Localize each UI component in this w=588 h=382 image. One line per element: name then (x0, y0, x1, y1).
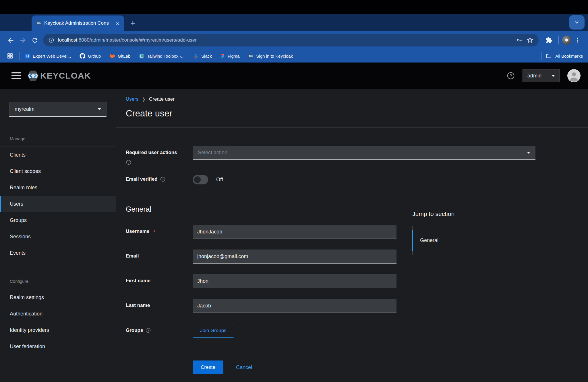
breadcrumb-users-link[interactable]: Users (126, 96, 138, 102)
first-name-label: First name (126, 278, 150, 284)
user-avatar[interactable] (567, 69, 581, 82)
breadcrumb-current: Create user (149, 96, 175, 102)
tab-close-icon[interactable]: × (115, 20, 121, 26)
bookmark-tailwind-toolbox[interactable]: Tailwind Toolbox -... (139, 53, 185, 59)
jump-heading: Jump to section (412, 211, 504, 217)
bookmark-slack[interactable]: Slack (193, 53, 212, 59)
toolbar-separator (558, 36, 559, 44)
sidebar-item-authentication[interactable]: Authentication (0, 306, 116, 322)
keycloak-logo-icon (26, 69, 40, 82)
required-user-actions-row: Required user actions ? Select action (126, 146, 588, 165)
folder-icon (546, 53, 552, 59)
new-tab-button[interactable]: + (130, 19, 136, 28)
back-button[interactable] (5, 34, 17, 46)
email-input[interactable] (193, 250, 396, 264)
sidebar-section-manage: Manage (0, 129, 116, 147)
bookmark-github[interactable]: GIthub (80, 53, 101, 59)
select-placeholder: Select action (198, 150, 227, 156)
realm-selector[interactable]: myrealm (9, 102, 107, 117)
all-bookmarks-button[interactable]: All Bookmarks (555, 54, 583, 59)
user-menu-dropdown[interactable]: admin (523, 69, 560, 82)
bookmark-keycloak[interactable]: Sign in to Keycloak (248, 53, 293, 59)
sidebar-item-user-federation[interactable]: User federation (0, 338, 116, 355)
bookmark-figma[interactable]: Figma (220, 53, 240, 59)
keycloak-favicon (248, 53, 254, 59)
forward-icon (19, 36, 27, 44)
bookmark-expert-web[interactable]: Expert Web Devel... (25, 53, 71, 59)
browser-tab[interactable]: Keycloak Administration Cons × (32, 15, 124, 31)
sidebar-item-events[interactable]: Events (0, 245, 116, 261)
email-verified-row: Email verified ? Off (126, 173, 588, 184)
reload-button[interactable] (29, 34, 41, 46)
sidebar-item-realm-settings[interactable]: Realm settings (0, 289, 116, 306)
sidebar-item-users[interactable]: Users (0, 196, 116, 212)
bookmark-label: Expert Web Devel... (33, 54, 71, 59)
bookmark-gitlab[interactable]: GitLab (109, 53, 130, 59)
expert-web-favicon (25, 53, 30, 59)
sidebar-item-realm-roles[interactable]: Realm roles (0, 180, 116, 196)
help-icon[interactable]: ? (506, 71, 515, 80)
question-circle-icon[interactable]: ? (160, 176, 166, 182)
github-favicon (80, 53, 85, 59)
keycloak-masthead: KEYCLOAK ? admin (0, 63, 588, 89)
form-actions: Create Cancel (126, 360, 588, 374)
email-label: Email (126, 253, 139, 259)
puzzle-icon (545, 37, 552, 44)
groups-row: Groups ? Join Groups (126, 324, 588, 338)
url-text[interactable]: localhost:8080/admin/master/console/#/my… (58, 37, 513, 43)
create-user-form: Required user actions ? Select action (116, 128, 588, 374)
browser-profile-avatar[interactable]: ✽ (562, 36, 571, 45)
page-title: Create user (126, 108, 588, 119)
svg-text:?: ? (148, 329, 149, 332)
bookmark-label: Tailwind Toolbox -... (147, 54, 185, 59)
bookmark-label: Figma (228, 54, 240, 59)
jump-to-section: Jump to section General (412, 211, 504, 255)
forward-button[interactable] (17, 34, 29, 46)
tab-search-chevron-button[interactable] (569, 15, 585, 30)
question-circle-icon[interactable]: ? (126, 159, 131, 165)
brand-text: KEYCLOAK (40, 71, 91, 81)
svg-text:?: ? (128, 161, 129, 164)
sidebar-item-client-scopes[interactable]: Client scopes (0, 163, 116, 180)
caret-down-icon (527, 152, 530, 154)
nav-toggle-button[interactable] (11, 72, 21, 79)
sidebar-section-configure: Configure (0, 272, 116, 289)
reload-icon (31, 37, 38, 44)
last-name-input[interactable] (193, 299, 396, 313)
password-key-icon[interactable] (516, 37, 523, 44)
username-input[interactable] (193, 225, 396, 239)
sidebar-item-groups[interactable]: Groups (0, 212, 116, 229)
extensions-button[interactable] (543, 34, 555, 46)
keycloak-brand[interactable]: KEYCLOAK (26, 69, 91, 82)
caret-down-icon (552, 75, 555, 77)
breadcrumb: Users ❯ Create user (126, 96, 588, 102)
required-actions-select[interactable]: Select action (193, 146, 535, 160)
sidebar-item-clients[interactable]: Clients (0, 147, 116, 163)
question-circle-icon[interactable]: ? (145, 328, 151, 333)
bookmark-star-icon[interactable] (527, 37, 533, 44)
first-name-input[interactable] (193, 274, 396, 288)
bookmark-label: Slack (201, 54, 212, 59)
menubar-strip (0, 0, 588, 14)
create-button[interactable]: Create (193, 360, 223, 374)
email-verified-label: Email verified ? (126, 176, 166, 182)
first-name-row: First name (126, 274, 588, 288)
apps-grid-icon (7, 53, 13, 59)
cancel-link[interactable]: Cancel (236, 365, 252, 371)
sidebar-item-identity-providers[interactable]: Identity providers (0, 322, 116, 338)
email-verified-toggle[interactable] (193, 175, 208, 184)
toggle-state-text: Off (216, 177, 223, 183)
caret-down-icon (98, 108, 101, 110)
browser-menu-button[interactable] (571, 34, 583, 46)
gitlab-favicon (109, 53, 115, 59)
jump-item-general[interactable]: General (412, 230, 504, 251)
site-info-icon[interactable] (48, 37, 55, 43)
kebab-menu-icon (574, 37, 581, 44)
svg-text:?: ? (162, 178, 164, 181)
required-asterisk: * (153, 229, 155, 234)
apps-grid-button[interactable] (5, 51, 15, 61)
join-groups-button[interactable]: Join Groups (193, 324, 234, 338)
url-bar[interactable]: localhost:8080/admin/master/console/#/my… (43, 34, 539, 46)
bookmarks-separator (19, 52, 20, 60)
sidebar-item-sessions[interactable]: Sessions (0, 229, 116, 245)
